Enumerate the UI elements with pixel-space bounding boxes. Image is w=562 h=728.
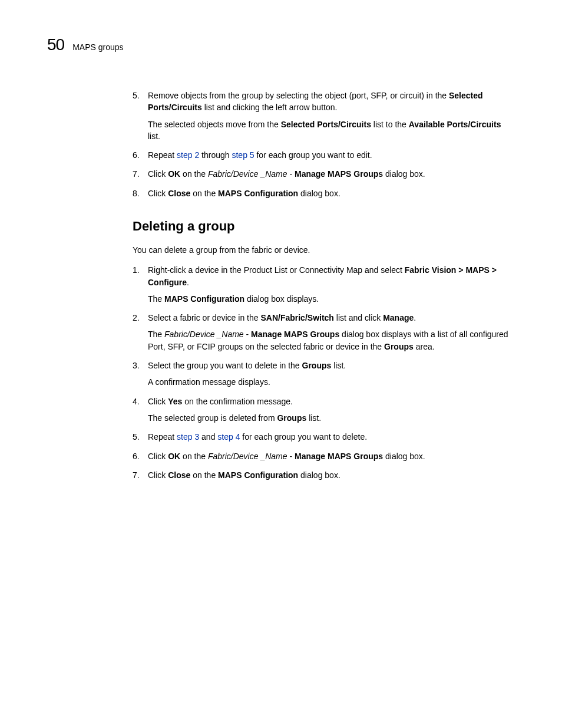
delete-step-6: 6. Click OK on the Fabric/Device _Name -… — [133, 450, 515, 462]
xref-link[interactable]: step 2 — [177, 150, 199, 160]
bold-text: Manage MAPS Groups — [251, 330, 339, 339]
text: on the confirmation message. — [182, 397, 293, 406]
text: - — [287, 169, 295, 179]
bold-text: Manage — [383, 313, 414, 322]
step-marker: 6. — [133, 450, 140, 462]
step-marker: 5. — [133, 431, 140, 443]
text: The — [148, 294, 164, 304]
text: . — [187, 278, 189, 287]
bold-text: MAPS Configuration — [164, 294, 244, 304]
page-header: 50 MAPS groups — [47, 35, 515, 54]
text: dialog box. — [298, 189, 340, 198]
bold-text: Groups — [384, 342, 414, 351]
top-step-8: 8. Click Close on the MAPS Configuration… — [133, 187, 515, 199]
text: . — [414, 313, 416, 322]
bold-text: Manage MAPS Groups — [295, 452, 383, 461]
text: - — [287, 452, 295, 461]
xref-link[interactable]: step 3 — [177, 432, 199, 442]
sub-paragraph: The selected objects move from the Selec… — [148, 118, 515, 143]
xref-link[interactable]: step 4 — [217, 432, 240, 442]
bold-text: Groups — [302, 361, 332, 370]
text: list to the — [371, 120, 409, 129]
text: dialog box. — [383, 452, 425, 461]
section-heading-deleting-group: Deleting a group — [133, 217, 515, 236]
text: dialog box. — [383, 169, 425, 179]
page-number: 50 — [47, 35, 64, 54]
text: The selected objects move from the — [148, 120, 281, 129]
text: list. — [331, 361, 346, 370]
italic-text: Fabric/Device _Name — [208, 169, 287, 179]
text: Click — [148, 470, 168, 480]
text: list and click — [334, 313, 383, 322]
delete-step-2: 2. Select a fabric or device in the SAN/… — [133, 312, 515, 353]
delete-step-3: 3. Select the group you want to delete i… — [133, 360, 515, 388]
content: 5. Remove objects from the group by sele… — [133, 90, 515, 481]
text: area. — [414, 342, 435, 351]
xref-link[interactable]: step 5 — [232, 150, 254, 160]
text: - — [244, 330, 251, 339]
text: on the — [190, 470, 218, 480]
bold-text: Close — [168, 470, 190, 480]
text: Remove objects from the group by selecti… — [148, 91, 449, 100]
text: list. — [148, 131, 160, 141]
text: dialog box. — [298, 470, 340, 480]
top-step-5: 5. Remove objects from the group by sele… — [133, 90, 515, 142]
intro-paragraph: You can delete a group from the fabric o… — [133, 244, 515, 256]
bold-text: MAPS Configuration — [218, 470, 298, 480]
delete-steps: 1. Right-click a device in the Product L… — [133, 264, 515, 481]
text: list. — [306, 413, 321, 423]
top-steps: 5. Remove objects from the group by sele… — [133, 90, 515, 199]
text: Click — [148, 169, 168, 179]
step-marker: 3. — [133, 360, 140, 371]
text: Repeat — [148, 432, 177, 442]
step-marker: 2. — [133, 312, 140, 324]
sub-paragraph: A confirmation message displays. — [148, 376, 515, 388]
bold-text: Selected Ports/Circuits — [281, 120, 371, 129]
text: Click — [148, 452, 168, 461]
text: dialog box displays. — [244, 294, 319, 304]
text: Repeat — [148, 150, 177, 160]
bold-text: OK — [168, 452, 180, 461]
text: on the — [180, 169, 208, 179]
bold-text: Yes — [168, 397, 182, 406]
text: Select a fabric or device in the — [148, 313, 260, 322]
text: Click — [148, 189, 168, 198]
step-marker: 8. — [133, 187, 140, 199]
delete-step-5: 5. Repeat step 3 and step 4 for each gro… — [133, 431, 515, 443]
text: list and clicking the left arrow button. — [202, 103, 338, 112]
text: and — [199, 432, 217, 442]
sub-paragraph: The MAPS Configuration dialog box displa… — [148, 293, 515, 305]
step-marker: 5. — [133, 90, 140, 101]
delete-step-7: 7. Click Close on the MAPS Configuration… — [133, 469, 515, 481]
step-marker: 1. — [133, 264, 140, 276]
text: through — [199, 150, 232, 160]
text: for each group you want to delete. — [240, 432, 367, 442]
italic-text: Fabric/Device _Name — [164, 330, 244, 339]
bold-text: Manage MAPS Groups — [295, 169, 383, 179]
bold-text: Close — [168, 189, 190, 198]
bold-text: SAN/Fabric/Switch — [260, 313, 333, 322]
text: for each group you want to edit. — [254, 150, 372, 160]
header-section-label: MAPS groups — [72, 42, 123, 52]
step-marker: 7. — [133, 469, 140, 481]
bold-text: Groups — [277, 413, 306, 423]
bold-text: OK — [168, 169, 180, 179]
text: Select the group you want to delete in t… — [148, 361, 302, 370]
text: on the — [190, 189, 218, 198]
step-marker: 7. — [133, 168, 140, 180]
text: on the — [180, 452, 208, 461]
text: The — [148, 330, 164, 339]
delete-step-4: 4. Click Yes on the confirmation message… — [133, 396, 515, 424]
step-marker: 4. — [133, 396, 140, 407]
sub-paragraph: The selected group is deleted from Group… — [148, 412, 515, 424]
bold-text: MAPS Configuration — [218, 189, 298, 198]
text: Click — [148, 397, 168, 406]
page: 50 MAPS groups 5. Remove objects from th… — [0, 0, 562, 728]
italic-text: Fabric/Device _Name — [208, 452, 287, 461]
sub-paragraph: The Fabric/Device _Name - Manage MAPS Gr… — [148, 328, 515, 353]
bold-text: Available Ports/Circuits — [409, 120, 501, 129]
delete-step-1: 1. Right-click a device in the Product L… — [133, 264, 515, 305]
top-step-7: 7. Click OK on the Fabric/Device _Name -… — [133, 168, 515, 180]
top-step-6: 6. Repeat step 2 through step 5 for each… — [133, 149, 515, 161]
step-marker: 6. — [133, 149, 140, 161]
